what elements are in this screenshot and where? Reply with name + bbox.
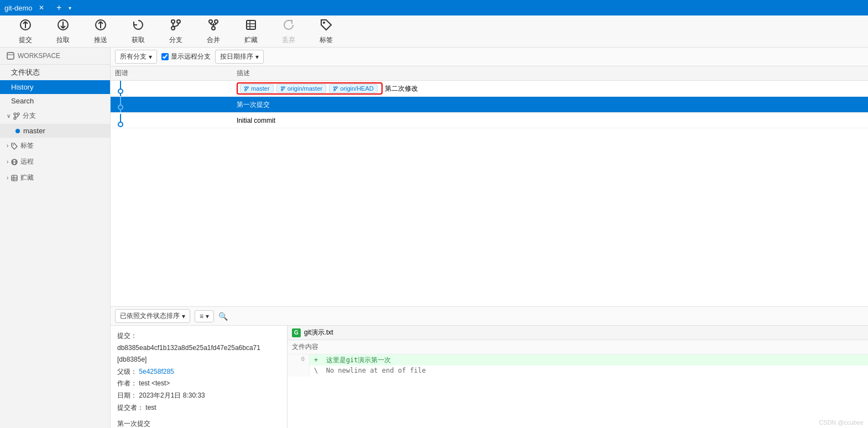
date-value: 2023年2月1日 8:30:33 bbox=[139, 392, 205, 399]
history-table: 图谱 描述 bbox=[111, 66, 868, 306]
table-row[interactable]: 第一次提交 bbox=[111, 97, 868, 113]
remotes-label: 远程 bbox=[20, 157, 34, 166]
branch-filter-arrow: ▾ bbox=[149, 53, 152, 61]
tag-button[interactable]: 标签 bbox=[310, 18, 343, 45]
commit-message-detail: 第一次提交 bbox=[117, 418, 280, 428]
sort-arrow: ▾ bbox=[255, 53, 259, 61]
commit-desc-2: 第一次提交 bbox=[232, 100, 868, 109]
table-row[interactable]: master origin/master bbox=[111, 81, 868, 97]
line-num-0: 0 bbox=[287, 354, 310, 366]
stashes-section[interactable]: › 贮藏 bbox=[0, 170, 110, 186]
branch-button[interactable]: 分支 bbox=[159, 18, 192, 45]
branches-section[interactable]: ∨ 分支 bbox=[0, 108, 110, 124]
commit-label: 提交 bbox=[19, 35, 32, 45]
discard-label: 丢弃 bbox=[282, 35, 295, 45]
sort-dropdown[interactable]: 按日期排序 ▾ bbox=[215, 50, 264, 64]
col-desc-header: 描述 bbox=[232, 69, 868, 78]
remotes-expand-icon: › bbox=[7, 159, 8, 165]
svg-point-40 bbox=[247, 87, 249, 88]
commit-icon bbox=[19, 18, 32, 34]
commit-message-2: 第一次提交 bbox=[237, 101, 270, 108]
file-sort-arrow: ▾ bbox=[182, 312, 185, 320]
svg-point-28 bbox=[17, 113, 19, 115]
tags-section[interactable]: › 标签 bbox=[0, 138, 110, 154]
parent-row: 父级： 5e4258f285 bbox=[117, 366, 280, 378]
branch-dot bbox=[15, 129, 20, 133]
remotes-section[interactable]: › 远程 bbox=[0, 154, 110, 170]
main-layout: WORKSPACE 文件状态 History Search ∨ 分支 maste… bbox=[0, 48, 868, 428]
close-tab-button[interactable]: ✕ bbox=[37, 3, 46, 12]
stash-icon bbox=[244, 18, 258, 34]
diff-content: 文件内容 0 + 这里是git演示第一次 \ No newline at end… bbox=[287, 340, 868, 428]
branch-filter-dropdown[interactable]: 所有分支 ▾ bbox=[115, 50, 157, 64]
commit-graph-1 bbox=[111, 81, 232, 96]
branch-tag-origin-head: origin/HEAD bbox=[329, 84, 378, 93]
commit-button[interactable]: 提交 bbox=[9, 18, 42, 45]
stash-button[interactable]: 贮藏 bbox=[234, 18, 268, 45]
pull-label: 拉取 bbox=[56, 35, 70, 45]
committer-label: 提交者： bbox=[117, 404, 144, 411]
workspace-label: WORKSPACE bbox=[18, 52, 60, 60]
svg-rect-20 bbox=[247, 20, 255, 29]
svg-point-43 bbox=[281, 87, 283, 88]
svg-point-17 bbox=[215, 20, 218, 23]
bottom-panel: 已依照文件状态排序 ▾ ≡ ▾ 🔍 提交： db8385eab4cf1b132a… bbox=[111, 306, 868, 428]
list-icon: ≡ bbox=[200, 312, 203, 320]
fetch-button[interactable]: 获取 bbox=[122, 18, 155, 45]
new-tab-button[interactable]: + bbox=[53, 1, 66, 14]
sidebar-item-history[interactable]: History bbox=[0, 80, 110, 94]
commit-graph-2 bbox=[111, 97, 232, 112]
push-label: 推送 bbox=[94, 35, 107, 45]
branch-tag-master: master bbox=[240, 84, 274, 93]
show-remote-checkbox-label[interactable]: 显示远程分支 bbox=[161, 52, 211, 61]
date-row: 日期： 2023年2月1日 8:30:33 bbox=[117, 390, 280, 402]
file-status-label: 文件状态 bbox=[11, 68, 40, 76]
branch-label: 分支 bbox=[169, 35, 182, 45]
search-button[interactable]: 🔍 bbox=[218, 312, 228, 321]
line-content-added: + 这里是git演示第一次 bbox=[310, 354, 868, 366]
merge-icon bbox=[207, 18, 220, 34]
history-label: History bbox=[11, 83, 33, 91]
list-arrow: ▾ bbox=[206, 312, 209, 320]
merge-button[interactable]: 合并 bbox=[197, 18, 230, 45]
author-label: 作者： bbox=[117, 379, 137, 387]
workspace-header: WORKSPACE bbox=[0, 48, 110, 65]
commit-label: 提交： bbox=[117, 332, 137, 340]
line-content-no-newline: \ No newline at end of file bbox=[310, 366, 868, 377]
sidebar-branch-master[interactable]: master bbox=[0, 124, 110, 138]
parent-hash-link[interactable]: 5e4258f285 bbox=[139, 368, 174, 375]
fetch-icon bbox=[132, 18, 145, 34]
svg-point-13 bbox=[177, 20, 180, 23]
svg-point-27 bbox=[14, 113, 16, 115]
push-button[interactable]: 推送 bbox=[84, 18, 117, 45]
commit-graph-3 bbox=[111, 114, 232, 127]
tab-dropdown-button[interactable]: ▾ bbox=[66, 1, 75, 14]
file-diff-area: G git演示.txt 文件内容 0 + 这里是git演示第一次 \ No ne… bbox=[287, 326, 868, 428]
sidebar-item-search[interactable]: Search bbox=[0, 94, 110, 108]
svg-rect-35 bbox=[12, 175, 17, 181]
push-icon bbox=[94, 18, 107, 34]
svg-point-39 bbox=[245, 87, 247, 88]
date-label: 日期： bbox=[117, 392, 137, 399]
pull-button[interactable]: 拉取 bbox=[46, 18, 80, 45]
branch-tag-remote-icon bbox=[280, 86, 286, 91]
bottom-content: 提交： db8385eab4cf1b132a8d5e25a1fd47e25a6b… bbox=[111, 326, 868, 428]
fetch-label: 获取 bbox=[132, 35, 145, 45]
discard-button[interactable]: 丢弃 bbox=[272, 18, 305, 45]
tag-icon bbox=[320, 18, 333, 34]
list-view-dropdown[interactable]: ≡ ▾ bbox=[195, 310, 214, 322]
commit-message-1: 第二次修改 bbox=[385, 84, 418, 93]
table-row[interactable]: Initial commit bbox=[111, 113, 868, 128]
line-num-empty bbox=[287, 366, 310, 377]
stashes-label: 贮藏 bbox=[20, 173, 34, 182]
stash-label: 贮藏 bbox=[244, 35, 258, 45]
author-value: test <test> bbox=[139, 379, 170, 387]
show-remote-checkbox[interactable] bbox=[161, 53, 169, 60]
file-sort-dropdown[interactable]: 已依照文件状态排序 ▾ bbox=[115, 309, 190, 323]
title-bar: git-demo ✕ + ▾ bbox=[0, 0, 868, 15]
sidebar-item-file-status[interactable]: 文件状态 bbox=[0, 65, 110, 80]
tag-section-icon bbox=[11, 142, 18, 150]
col-graph-header: 图谱 bbox=[111, 69, 232, 78]
branch-tag-head-icon bbox=[333, 86, 338, 91]
svg-point-44 bbox=[283, 87, 285, 88]
